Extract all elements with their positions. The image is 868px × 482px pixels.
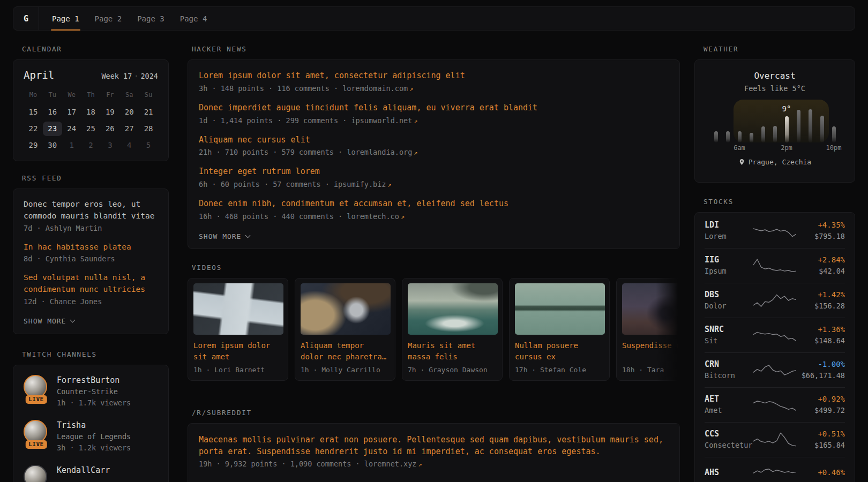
twitch-channel-name[interactable]: ForrestBurton bbox=[57, 375, 131, 386]
rss-item-title[interactable]: Sed volutpat nulla nisl, a condimentum n… bbox=[24, 272, 158, 296]
post-domain-link[interactable]: ipsumworld.net bbox=[351, 116, 412, 125]
weather-hour-bar bbox=[809, 109, 812, 142]
video-title[interactable]: Lorem ipsum dolor sit amet consectetu… bbox=[193, 340, 282, 363]
nav-tab[interactable]: Page 3 bbox=[137, 7, 164, 30]
post-item: Donec imperdiet augue tincidunt felis al… bbox=[199, 102, 669, 125]
nav-tab[interactable]: Page 1 bbox=[52, 7, 79, 30]
post-domain-link[interactable]: loremnet.xyz bbox=[364, 460, 417, 468]
video-card[interactable]: Suspendisse diam18h · Tara bbox=[616, 278, 680, 381]
twitch-channel-row[interactable]: LIVEForrestBurtonCounter-Strike1h · 1.7k… bbox=[24, 375, 158, 409]
video-thumbnail[interactable] bbox=[193, 283, 283, 335]
main-column: HACKER NEWS Lorem ipsum dolor sit amet, … bbox=[188, 45, 680, 482]
weather-time-label: 2pm bbox=[781, 144, 792, 152]
video-thumbnail[interactable] bbox=[408, 283, 498, 335]
subreddit-list: Maecenas mollis pulvinar erat non posuer… bbox=[199, 434, 669, 469]
weather-location: Prague, Czechia bbox=[695, 158, 855, 166]
post-domain-link[interactable]: loremlandia.org bbox=[347, 148, 412, 156]
stock-price: $42.04 bbox=[796, 266, 845, 277]
twitch-channel-name[interactable]: KendallCarr bbox=[57, 465, 110, 476]
top-navbar: G Page 1Page 2Page 3Page 4 bbox=[13, 6, 855, 31]
stock-change: +0.46% bbox=[796, 467, 845, 478]
external-link-icon: ↗ bbox=[409, 85, 413, 93]
video-title[interactable]: Aliquam tempor dolor nec pharetra… bbox=[301, 340, 390, 363]
post-meta: 19h · 9,932 points · 1,090 comments · lo… bbox=[199, 460, 669, 468]
post-title-link[interactable]: Maecenas mollis pulvinar erat non posuer… bbox=[199, 434, 669, 458]
twitch-channel-row[interactable]: KendallCarr bbox=[24, 465, 158, 482]
stock-symbol: IIG bbox=[705, 254, 753, 266]
app-logo[interactable]: G bbox=[13, 7, 39, 30]
post-title-link[interactable]: Integer eget rutrum lorem bbox=[199, 166, 669, 178]
live-badge: LIVE bbox=[25, 440, 47, 449]
video-title[interactable]: Nullam posuere cursus ex bbox=[515, 340, 604, 363]
subreddit-widget: Maecenas mollis pulvinar erat non posuer… bbox=[188, 423, 680, 482]
stock-row[interactable]: CCSConsectetur+0.51%$165.84 bbox=[705, 422, 845, 457]
stock-row[interactable]: AETAmet+0.92%$499.72 bbox=[705, 387, 845, 422]
video-card[interactable]: Mauris sit amet massa felis7h · Grayson … bbox=[402, 278, 503, 381]
subreddit-heading: /R/SUBREDDIT bbox=[192, 409, 680, 417]
stock-change: +1.42% bbox=[796, 289, 845, 300]
twitch-avatar bbox=[24, 465, 49, 482]
calendar-weekday-label: Su bbox=[139, 91, 158, 99]
stock-row[interactable]: DBSDolor+1.42%$156.28 bbox=[705, 283, 845, 318]
rss-item-title[interactable]: Donec tempor eros leo, ut commodo mauris… bbox=[24, 199, 158, 222]
stock-row[interactable]: AHS+0.46% bbox=[705, 457, 845, 482]
nav-tab[interactable]: Page 2 bbox=[95, 7, 122, 30]
stock-chart-cell bbox=[753, 291, 796, 310]
video-title[interactable]: Suspendisse diam bbox=[622, 340, 680, 363]
stocks-heading: STOCKS bbox=[704, 198, 855, 206]
stock-price: $795.18 bbox=[796, 231, 845, 242]
rss-item-title[interactable]: In hac habitasse platea bbox=[24, 242, 158, 253]
chevron-down-icon bbox=[245, 232, 251, 238]
post-domain-link[interactable]: loremdomain.com bbox=[342, 84, 408, 93]
post-title-link[interactable]: Aliquam nec cursus elit bbox=[199, 134, 669, 146]
rss-item-meta: 8d · Cynthia Saunders bbox=[24, 254, 158, 263]
stock-row[interactable]: IIGIpsum+2.84%$42.04 bbox=[705, 248, 845, 283]
stock-row[interactable]: CRNBitcorn-1.00%$66,171.48 bbox=[705, 352, 845, 387]
weather-widget: Overcast Feels like 5°C 9° 6am2pm10pm Pr… bbox=[694, 59, 855, 183]
stock-row[interactable]: LDILorem+4.35%$795.18 bbox=[705, 214, 845, 248]
twitch-section: TWITCH CHANNELS LIVEForrestBurtonCounter… bbox=[13, 350, 169, 482]
post-domain-link[interactable]: loremtech.co bbox=[347, 212, 399, 221]
rss-show-more-button[interactable]: SHOW MORE bbox=[24, 317, 74, 325]
post-item: Aliquam nec cursus elit21h · 710 points … bbox=[199, 134, 669, 157]
stock-change: -1.00% bbox=[796, 359, 845, 370]
stock-name: Dolor bbox=[705, 300, 753, 312]
stock-chart-cell bbox=[753, 463, 796, 481]
stock-chart-cell bbox=[753, 222, 796, 240]
calendar-weekday-label: Sa bbox=[119, 91, 139, 99]
calendar-day-cell: 18 bbox=[81, 105, 101, 119]
weather-hour-bar bbox=[750, 133, 753, 142]
video-thumbnail[interactable] bbox=[301, 283, 391, 335]
nav-tab[interactable]: Page 4 bbox=[180, 7, 207, 30]
stock-id: CCSConsectetur bbox=[705, 428, 753, 451]
video-card[interactable]: Nullam posuere cursus ex17h · Stefan Col… bbox=[509, 278, 610, 381]
twitch-channel-row[interactable]: LIVETrishaLeague of Legends3h · 1.2k vie… bbox=[24, 420, 158, 454]
hackernews-show-more-button[interactable]: SHOW MORE bbox=[199, 232, 250, 240]
stock-id: IIGIpsum bbox=[705, 254, 753, 277]
videos-heading: VIDEOS bbox=[192, 263, 680, 272]
post-title-link[interactable]: Donec enim nibh, condimentum et accumsan… bbox=[199, 198, 669, 210]
post-title-link[interactable]: Lorem ipsum dolor sit amet, consectetur … bbox=[199, 70, 669, 82]
calendar-week-year: Week 17·2024 bbox=[101, 72, 158, 80]
stock-row[interactable]: SNRCSit+1.36%$148.64 bbox=[705, 318, 845, 352]
calendar-day-cell: 3 bbox=[100, 138, 119, 153]
stock-name: Consectetur bbox=[705, 440, 753, 451]
stock-values: +0.51%$165.84 bbox=[796, 428, 845, 451]
calendar-day-cell: 25 bbox=[81, 122, 101, 136]
video-title[interactable]: Mauris sit amet massa felis bbox=[408, 340, 497, 363]
twitch-channel-name[interactable]: Trisha bbox=[57, 420, 131, 431]
right-column: WEATHER Overcast Feels like 5°C 9° 6am2p… bbox=[694, 45, 855, 482]
stock-id: SNRCSit bbox=[705, 324, 753, 347]
twitch-channel-info: ForrestBurtonCounter-Strike1h · 1.7k vie… bbox=[57, 375, 131, 409]
stock-values: +0.46% bbox=[796, 467, 845, 478]
post-domain-link[interactable]: ipsumify.biz bbox=[334, 180, 386, 189]
stock-symbol: LDI bbox=[705, 220, 753, 231]
avatar bbox=[24, 465, 47, 482]
video-thumbnail[interactable] bbox=[622, 283, 680, 335]
video-card[interactable]: Lorem ipsum dolor sit amet consectetu…1h… bbox=[188, 278, 288, 381]
video-thumbnail[interactable] bbox=[515, 283, 605, 335]
video-card[interactable]: Aliquam tempor dolor nec pharetra…1h · M… bbox=[295, 278, 395, 381]
calendar-day-cell: 2 bbox=[81, 138, 101, 153]
stock-symbol: AET bbox=[705, 394, 753, 405]
post-title-link[interactable]: Donec imperdiet augue tincidunt felis al… bbox=[199, 102, 669, 114]
